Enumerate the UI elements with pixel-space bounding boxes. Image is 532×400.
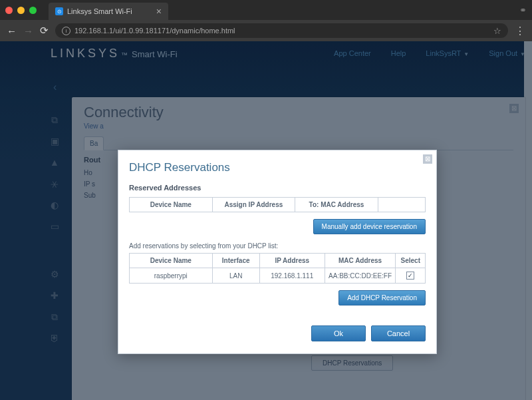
favicon-icon: ⊙ bbox=[55, 7, 63, 15]
sidebar-icon-2[interactable]: ▣ bbox=[48, 136, 61, 146]
close-tab-icon[interactable]: × bbox=[156, 6, 162, 17]
modal-ok-button[interactable]: Ok bbox=[311, 325, 366, 341]
col-to-mac: To: MAC Address bbox=[295, 198, 378, 212]
site-info-icon[interactable]: i bbox=[62, 27, 70, 35]
modal-cancel-button[interactable]: Cancel bbox=[371, 325, 426, 341]
url-bar[interactable]: i 192.168.1.1/ui/1.0.99.181171/dynamic/h… bbox=[55, 23, 508, 38]
modal-title: DHCP Reservations bbox=[129, 161, 426, 174]
row-label-sub: Sub bbox=[84, 192, 104, 199]
col-actions bbox=[378, 198, 425, 212]
panel-tabs: Ba bbox=[84, 136, 513, 150]
bookmark-star-icon[interactable]: ☆ bbox=[493, 26, 501, 36]
brand-sub: Smart Wi-Fi bbox=[132, 49, 178, 59]
row-label-ip: IP s bbox=[84, 180, 104, 188]
sidebar-icon-4[interactable]: ⚹ bbox=[48, 178, 61, 189]
reserved-addresses-table: Device Name Assign IP Address To: MAC Ad… bbox=[129, 197, 426, 212]
mac-maximize[interactable] bbox=[29, 7, 37, 14]
app-topnav: LINKSYS ™ Smart Wi-Fi App Center Help Li… bbox=[0, 41, 532, 65]
nav-back-icon[interactable]: ← bbox=[7, 25, 17, 37]
cell-interface: LAN bbox=[212, 268, 259, 284]
sidebar-icon-1[interactable]: ⧉ bbox=[48, 114, 61, 125]
sidebar-icon-7[interactable]: ⚙ bbox=[48, 269, 61, 280]
url-text: 192.168.1.1/ui/1.0.99.181171/dynamic/hom… bbox=[74, 27, 235, 35]
nav-router-dropdown[interactable]: LinkSysRT▼ bbox=[426, 49, 469, 57]
nav-help[interactable]: Help bbox=[391, 49, 406, 57]
col2-mac-address: MAC Address bbox=[325, 254, 396, 268]
sidebar-icon-3[interactable]: ▲ bbox=[48, 157, 61, 168]
cell-select: ✓ bbox=[396, 268, 426, 284]
col2-ip-address: IP Address bbox=[259, 254, 325, 268]
cell-device: raspberrypi bbox=[130, 268, 213, 284]
dhcp-list-note: Add reservations by selecting from your … bbox=[129, 242, 426, 250]
sidebar-icon-6[interactable]: ▭ bbox=[48, 221, 61, 232]
col-assign-ip: Assign IP Address bbox=[212, 198, 295, 212]
cell-ip: 192.168.1.111 bbox=[259, 268, 325, 284]
dhcp-reservations-modal: ⊠ DHCP Reservations Reserved Addresses D… bbox=[118, 150, 437, 354]
browser-menu-icon[interactable]: ⋮ bbox=[515, 25, 525, 37]
panel-close-icon[interactable]: ⊠ bbox=[509, 104, 519, 113]
brand-logo[interactable]: LINKSYS ™ Smart Wi-Fi bbox=[51, 47, 178, 61]
dhcp-reservations-button[interactable]: DHCP Reservations bbox=[311, 355, 393, 371]
back-chevron-icon[interactable]: ‹ bbox=[53, 81, 57, 93]
mac-close[interactable] bbox=[5, 7, 13, 14]
cell-mac: AA:BB:CC:DD:EE:FF bbox=[325, 268, 396, 284]
nav-reload-icon[interactable]: ⟳ bbox=[40, 25, 49, 37]
sidebar-icon-9[interactable]: ⧉ bbox=[48, 311, 61, 322]
nav-forward-icon: → bbox=[23, 25, 33, 37]
add-dhcp-reservation-button[interactable]: Add DHCP Reservation bbox=[338, 290, 426, 305]
select-checkbox[interactable]: ✓ bbox=[406, 272, 414, 280]
mac-minimize[interactable] bbox=[17, 7, 25, 14]
dhcp-list-row: raspberrypi LAN 192.168.1.111 AA:BB:CC:D… bbox=[130, 268, 426, 284]
sidebar-icon-10[interactable]: ⛨ bbox=[48, 333, 61, 343]
nav-sign-out[interactable]: Sign Out▼ bbox=[489, 49, 525, 57]
row-label-host: Ho bbox=[84, 169, 104, 176]
nav-app-center[interactable]: App Center bbox=[334, 49, 371, 57]
col2-interface: Interface bbox=[212, 254, 259, 268]
page: LINKSYS ™ Smart Wi-Fi App Center Help Li… bbox=[0, 41, 532, 400]
tab-title: Linksys Smart Wi-Fi bbox=[67, 7, 132, 15]
sidebar: ⧉ ▣ ▲ ⚹ ◐ ▭ ⚙ ✚ ⧉ ⛨ bbox=[48, 114, 68, 343]
col2-device-name: Device Name bbox=[130, 254, 213, 268]
panel-subtitle: View a bbox=[84, 122, 513, 130]
dhcp-list-table: Device Name Interface IP Address MAC Add… bbox=[129, 253, 426, 284]
tab-basic[interactable]: Ba bbox=[84, 136, 104, 150]
brand-name: LINKSYS bbox=[51, 47, 120, 61]
reserved-addresses-header: Reserved Addresses bbox=[129, 184, 426, 192]
sidebar-icon-8[interactable]: ✚ bbox=[48, 290, 61, 301]
extension-icon[interactable]: ⚭ bbox=[519, 5, 527, 15]
browser-chrome: ⊙ Linksys Smart Wi-Fi × ⚭ ← → ⟳ i 192.16… bbox=[0, 0, 532, 41]
modal-close-icon[interactable]: ⊠ bbox=[423, 154, 432, 164]
col-device-name: Device Name bbox=[130, 198, 213, 212]
browser-tab[interactable]: ⊙ Linksys Smart Wi-Fi × bbox=[49, 3, 168, 20]
manual-add-reservation-button[interactable]: Manually add device reservation bbox=[313, 219, 426, 234]
panel-title: Connectivity bbox=[84, 104, 513, 121]
col2-select: Select bbox=[396, 254, 426, 268]
sidebar-icon-5[interactable]: ◐ bbox=[48, 200, 61, 210]
